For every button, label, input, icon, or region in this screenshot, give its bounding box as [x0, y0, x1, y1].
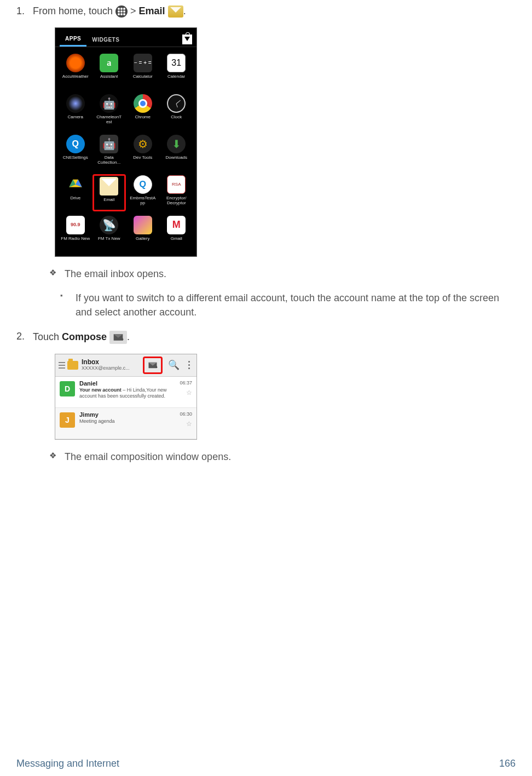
email-icon [168, 5, 183, 18]
app-chrome[interactable]: Chrome [126, 93, 160, 130]
svg-text:+: + [122, 336, 124, 341]
app-calendar[interactable]: 31Calendar [160, 53, 194, 90]
search-icon[interactable]: 🔍 [165, 359, 183, 371]
step-2-bold: Compose [62, 331, 107, 342]
mail-row[interactable]: D Daniel Your new account – Hi Linda,You… [55, 377, 196, 408]
step-1: From home, touch > Email . APPS WIDGETS … [27, 5, 516, 320]
app-gmail[interactable]: MGmail [160, 215, 194, 252]
app-fmtx[interactable]: 📡FM Tx New [92, 215, 126, 252]
mail-time: 06:30 [180, 411, 192, 417]
play-store-icon[interactable] [182, 35, 192, 44]
tab-widgets[interactable]: WIDGETS [86, 33, 125, 46]
overflow-menu-icon[interactable] [185, 361, 193, 369]
step-1-bold: Email [139, 5, 165, 16]
bullet-inbox-opens: The email inbox opens. [49, 267, 516, 281]
apps-screenshot: APPS WIDGETS AccuWeather aAssistant − = … [55, 27, 197, 257]
app-accuweather[interactable]: AccuWeather [59, 53, 92, 90]
star-icon[interactable]: ☆ [186, 389, 192, 396]
step-1-prefix: From home, touch [33, 5, 115, 16]
step-2-suffix: . [127, 331, 130, 342]
compose-button[interactable]: + [143, 357, 163, 374]
apps-icon [115, 5, 128, 18]
app-fmradio[interactable]: 90.9FM Radio New [59, 215, 92, 252]
app-drive[interactable]: Drive [59, 174, 92, 211]
mail-subject: Your new account [79, 387, 122, 393]
inbox-screenshot: Inbox XXXXX@example.c... + 🔍 D Daniel Yo… [55, 354, 197, 440]
avatar: J [60, 412, 75, 428]
avatar: D [60, 381, 75, 396]
footer-page: 166 [499, 758, 516, 769]
app-datacollection[interactable]: 🤖Data Collection... [92, 134, 126, 171]
folder-icon [67, 361, 78, 370]
tab-apps[interactable]: APPS [60, 32, 86, 47]
app-encryptor[interactable]: RSAEncryptor/ Decryptor [160, 174, 194, 211]
step-2: Touch Compose + . Inbox XXXXX@example.c.… [27, 331, 516, 464]
account-selector[interactable]: Inbox XXXXX@example.c... [82, 359, 141, 371]
step-1-mid: > [130, 5, 139, 16]
app-gallery[interactable]: Gallery [126, 215, 160, 252]
app-calculator[interactable]: − = + =Calculator [126, 53, 160, 90]
compose-icon: + [109, 331, 127, 344]
step-1-suffix: . [183, 5, 186, 16]
mail-from: Daniel [79, 380, 175, 387]
inbox-account: XXXXX@example.c... [82, 366, 141, 371]
mail-subject: Meeting agenda [79, 418, 115, 424]
svg-text:+: + [155, 365, 158, 369]
app-clock[interactable]: Clock [160, 93, 194, 130]
bullet-compose-opens: The email composition window opens. [49, 450, 516, 464]
star-icon[interactable]: ☆ [186, 420, 192, 428]
footer-section: Messaging and Internet [16, 758, 119, 769]
app-devtools[interactable]: ⚙Dev Tools [126, 134, 160, 171]
mail-from: Jimmy [79, 411, 175, 418]
step-2-prefix: Touch [33, 331, 62, 342]
bullet-switch-account: If you want to switch to a different ema… [60, 291, 516, 319]
drawer-icon[interactable] [59, 362, 65, 369]
app-camera[interactable]: Camera [59, 93, 92, 130]
app-cnesettings[interactable]: QCNESettings [59, 134, 92, 171]
app-downloads[interactable]: ⬇Downloads [160, 134, 194, 171]
app-email[interactable]: Email [92, 174, 126, 211]
mail-time: 06:37 [180, 380, 192, 386]
app-assistant[interactable]: aAssistant [92, 53, 126, 90]
mail-row[interactable]: J Jimmy Meeting agenda 06:30 ☆ [55, 408, 196, 439]
app-chameleon[interactable]: 🤖ChameleonT est [92, 93, 126, 130]
app-embms[interactable]: QEmbmsTestA pp [126, 174, 160, 211]
